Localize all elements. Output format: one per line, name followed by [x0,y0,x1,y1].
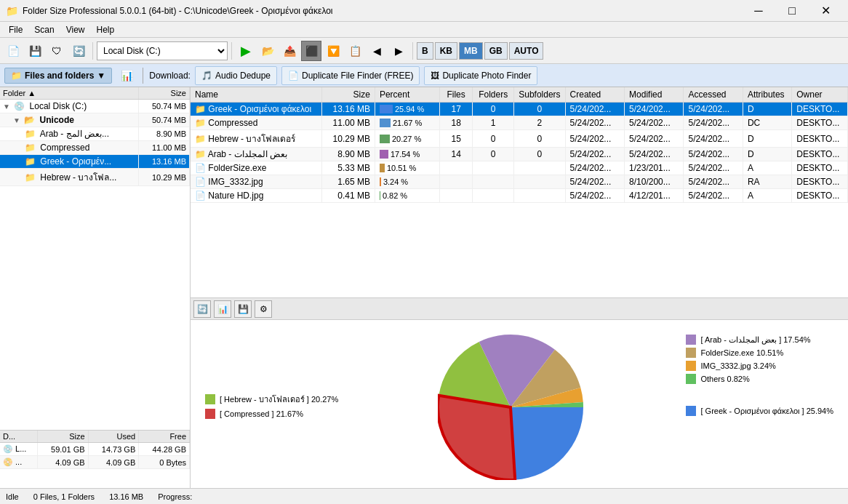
file-files [440,175,473,189]
toolbar-sep2 [231,42,232,60]
disk-body: 💿 L... 59.01 GB 14.73 GB 44.28 GB 📀 ... … [0,443,190,469]
forward-button[interactable]: ▶ [388,41,409,61]
status-idle: Idle [6,492,19,501]
file-name: 📄 IMG_3332.jpg [191,175,321,189]
left-panel: Folder ▲ Size ▼ 💿 Local Disk (C:) 50.74 … [0,87,191,488]
duplicate-photo-button[interactable]: 🖼 Duplicate Photo Finder [424,66,537,85]
chart-area: [ Arab - بعض المجلدات ] 17.54% FolderSiz… [191,320,848,488]
legend-compressed: [ Compressed ] 21.67% [205,409,338,419]
chart-btn-bar[interactable]: 📊 [214,300,231,318]
minimize-button[interactable]: ─ [742,0,775,22]
tree-col-folder[interactable]: Folder ▲ [0,87,139,100]
file-name: 📁 Hebrew - บางโฟลเดอร์ [191,130,321,148]
file-size: 8.90 MB [321,148,375,161]
disk-col-free[interactable]: Free [139,431,190,443]
file-subfolders: 0 [514,148,565,161]
file-modified: 5/24/202... [625,130,684,148]
scan-button[interactable]: ▶ [236,41,256,61]
file-files: 14 [440,148,473,161]
duplicate-file-button[interactable]: 📄 Duplicate File Finder (FREE) [281,66,420,85]
col-name[interactable]: Name [191,87,321,103]
file-modified: 5/24/202... [625,148,684,161]
file-files [440,161,473,175]
file-accessed: 5/24/202... [684,116,743,130]
file-files [440,189,473,203]
legend-img-label: IMG_3332.jpg 3.24% [700,361,775,370]
file-list[interactable]: Name Size Percent Files Folders Subfolde… [191,87,848,298]
maximize-button[interactable]: □ [775,0,809,22]
file-percent: 17.54 % [375,148,439,161]
disk-col-drive[interactable]: D... [0,431,37,443]
file-attributes: D [743,148,791,161]
col-subfolders[interactable]: Subfolders [514,87,565,103]
file-subfolders: 2 [514,116,565,130]
file-created: 5/24/202... [565,116,624,130]
menu-scan[interactable]: Scan [28,23,60,36]
legend-greek-color [686,406,696,416]
chart-toolbar: 🔄 📊 💾 ⚙ [191,298,848,320]
col-accessed[interactable]: Accessed [684,87,743,103]
file-owner: DESKTO... [792,189,848,203]
file-folders [473,161,514,175]
menu-help[interactable]: Help [91,23,121,36]
file-accessed: 5/24/202... [684,175,743,189]
files-and-folders-button[interactable]: 📁 Files and folders ▼ [4,68,112,84]
status-progress: Progress: [158,492,192,501]
size-btn-auto[interactable]: AUTO [509,42,544,60]
dup-file-icon: 📄 [288,71,299,81]
file-owner: DESKTO... [792,161,848,175]
legend-greek: [ Greek - Ορισμένοι φάκελοι ] 25.94% [686,406,833,416]
menu-file[interactable]: File [3,23,28,36]
export-button[interactable]: 📤 [279,41,300,61]
shield-button[interactable]: 🛡 [47,41,67,61]
file-folders [473,189,514,203]
right-panel: Name Size Percent Files Folders Subfolde… [191,87,848,488]
copy-button[interactable]: 📋 [345,41,365,61]
file-table-body: 📁 Greek - Ορισμένοι φάκελοι 13.16 MB 25.… [191,103,848,203]
chart-btn-save[interactable]: 💾 [234,300,252,318]
toolbar2-icon1[interactable]: 📊 [116,65,137,86]
col-owner[interactable]: Owner [792,87,848,103]
close-button[interactable]: ✕ [809,0,842,22]
open-folder-button[interactable]: 📂 [257,41,278,61]
toolbar-sep3 [412,42,413,60]
tree-area[interactable]: Folder ▲ Size ▼ 💿 Local Disk (C:) 50.74 … [0,87,190,430]
size-btn-mb[interactable]: MB [459,42,483,60]
size-btn-gb[interactable]: GB [484,42,508,60]
col-modified[interactable]: Modified [625,87,684,103]
refresh-button[interactable]: 🔄 [68,41,89,61]
chart-btn-settings[interactable]: ⚙ [255,300,272,318]
audio-dedupe-button[interactable]: 🎵 Audio Dedupe [195,66,277,85]
col-attributes[interactable]: Attributes [743,87,791,103]
legend-compressed-label: [ Compressed ] 21.67% [220,409,303,418]
legend-others-color [686,374,696,384]
file-files: 17 [440,103,473,116]
stop-button[interactable]: ⬛ [301,41,321,61]
col-created[interactable]: Created [565,87,624,103]
new-button[interactable]: 📄 [3,41,23,61]
chart-btn-refresh[interactable]: 🔄 [193,300,211,318]
disk-col-size[interactable]: Size [37,431,88,443]
file-name: 📁 Greek - Ορισμένοι φάκελοι [191,103,321,116]
filter-button[interactable]: 🔽 [323,41,343,61]
back-button[interactable]: ◀ [367,41,387,61]
save-button[interactable]: 💾 [25,41,45,61]
size-btn-b[interactable]: B [417,42,433,60]
file-subfolders [514,189,565,203]
col-files[interactable]: Files [440,87,473,103]
size-btn-kb[interactable]: KB [435,42,457,60]
tree-col-size[interactable]: Size [139,87,190,100]
col-folders[interactable]: Folders [473,87,514,103]
file-modified: 8/10/200... [625,175,684,189]
menu-view[interactable]: View [60,23,91,36]
status-size: 13.16 MB [109,492,143,501]
disk-selector[interactable]: Local Disk (C:) [97,41,228,60]
status-info: 0 Files, 1 Folders [33,492,95,501]
col-size[interactable]: Size [321,87,375,103]
file-table: Name Size Percent Files Folders Subfolde… [191,87,848,203]
file-folders [473,175,514,189]
titlebar-controls: ─ □ ✕ [742,0,842,22]
col-percent[interactable]: Percent [375,87,439,103]
disk-col-used[interactable]: Used [88,431,139,443]
disk-table[interactable]: D... Size Used Free 💿 L... 59.01 GB 14.7… [0,430,190,488]
